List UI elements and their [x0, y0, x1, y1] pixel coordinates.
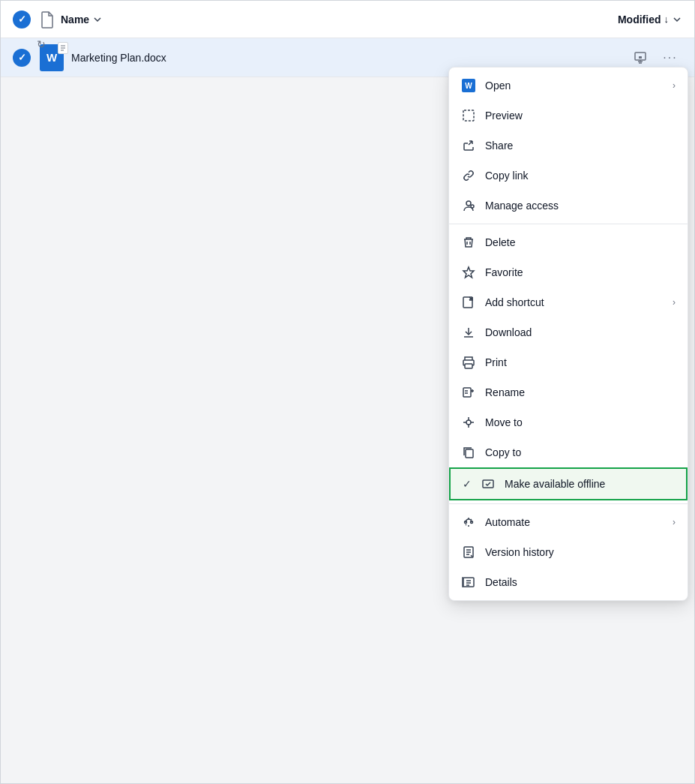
svg-rect-14 [466, 449, 473, 458]
share-label: Share [485, 140, 676, 152]
open-arrow: › [673, 80, 676, 91]
manage-access-icon [461, 198, 476, 213]
automate-label: Automate [485, 516, 664, 528]
menu-item-preview[interactable]: Preview [449, 101, 688, 131]
svg-point-3 [466, 201, 471, 206]
svg-point-13 [466, 420, 471, 425]
favorite-label: Favorite [485, 266, 676, 278]
copy-to-icon [461, 445, 476, 460]
menu-item-move-to[interactable]: Move to [449, 407, 688, 437]
modified-sort-direction: ↓ [664, 14, 670, 25]
open-label: Open [485, 80, 664, 92]
star-icon [461, 265, 476, 280]
file-actions: ··· [628, 46, 682, 70]
delete-icon [461, 235, 476, 250]
word-file-icon: W ↻ [40, 44, 64, 71]
svg-rect-10 [463, 388, 471, 397]
automate-arrow: › [673, 517, 676, 527]
print-icon [461, 355, 476, 370]
divider-2 [449, 503, 688, 504]
add-shortcut-arrow: › [673, 297, 676, 308]
svg-rect-9 [465, 364, 472, 368]
menu-item-delete[interactable]: Delete [449, 227, 688, 257]
offline-icon [481, 476, 496, 491]
delete-label: Delete [485, 236, 676, 248]
rename-icon [461, 385, 476, 400]
name-sort-icon [92, 14, 103, 25]
file-checkbox[interactable] [13, 49, 31, 67]
name-column-label: Name [61, 14, 89, 26]
manage-access-label: Manage access [485, 200, 676, 212]
svg-point-4 [471, 205, 474, 208]
menu-item-print[interactable]: Print [449, 347, 688, 377]
main-area: Name Modified ↓ W [0, 0, 695, 784]
offline-check: ✓ [463, 478, 475, 490]
make-offline-label: Make available offline [505, 478, 674, 490]
share-icon [461, 138, 476, 153]
copy-link-label: Copy link [485, 170, 676, 182]
move-to-label: Move to [485, 416, 676, 428]
move-icon [461, 415, 476, 430]
menu-item-open[interactable]: W Open › [449, 71, 688, 101]
menu-item-make-offline[interactable]: ✓ Make available offline [449, 467, 688, 500]
download-icon [461, 325, 476, 340]
svg-marker-7 [463, 267, 474, 278]
details-label: Details [485, 576, 676, 588]
svg-rect-2 [463, 110, 474, 121]
header-row: Name Modified ↓ [1, 1, 694, 38]
modified-sort-button[interactable]: Modified ↓ [618, 14, 682, 26]
file-column-icon [40, 11, 55, 29]
history-icon [461, 545, 476, 560]
context-menu: W Open › Preview Share [448, 67, 688, 601]
menu-item-automate[interactable]: Automate › [449, 507, 688, 537]
modified-sort-icon [672, 14, 682, 25]
preview-label: Preview [485, 110, 676, 122]
modified-column-label: Modified [618, 14, 661, 26]
menu-item-add-shortcut[interactable]: Add shortcut › [449, 287, 688, 317]
menu-item-details[interactable]: Details [449, 567, 688, 597]
copy-link-icon [461, 168, 476, 183]
menu-item-version-history[interactable]: Version history [449, 537, 688, 567]
word-menu-icon: W [461, 78, 476, 93]
rename-label: Rename [485, 386, 676, 398]
menu-item-favorite[interactable]: Favorite [449, 257, 688, 287]
copy-to-label: Copy to [485, 446, 676, 458]
menu-item-rename[interactable]: Rename [449, 377, 688, 407]
automate-icon [461, 515, 476, 530]
add-shortcut-label: Add shortcut [485, 296, 664, 308]
menu-item-manage-access[interactable]: Manage access [449, 191, 688, 221]
divider-1 [449, 224, 688, 224]
print-label: Print [485, 356, 676, 368]
menu-item-download[interactable]: Download [449, 317, 688, 347]
menu-item-copy-to[interactable]: Copy to [449, 437, 688, 467]
menu-item-share[interactable]: Share [449, 131, 688, 161]
monitor-action-button[interactable] [628, 46, 652, 70]
download-label: Download [485, 326, 676, 338]
select-all-checkbox[interactable] [13, 11, 31, 29]
name-sort-button[interactable]: Name [61, 14, 103, 26]
details-icon [461, 575, 476, 590]
svg-rect-1 [639, 56, 642, 59]
menu-item-copy-link[interactable]: Copy link [449, 161, 688, 191]
file-name-label: Marketing Plan.docx [71, 52, 628, 64]
preview-icon [461, 108, 476, 123]
more-options-button[interactable]: ··· [658, 46, 682, 70]
shortcut-icon [461, 295, 476, 310]
version-history-label: Version history [485, 546, 676, 558]
